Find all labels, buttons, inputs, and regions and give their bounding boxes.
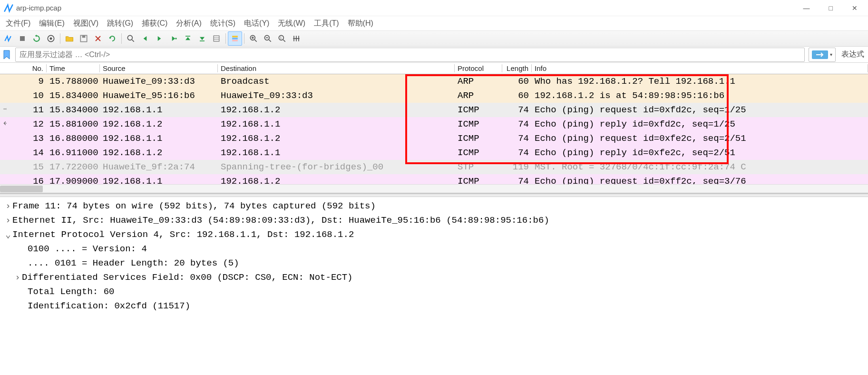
- tree-leaf[interactable]: Total Length: 60: [4, 285, 868, 299]
- col-source[interactable]: Source: [100, 64, 218, 72]
- tree-item[interactable]: ⌄Internet Protocol Version 4, Src: 192.1…: [4, 227, 868, 242]
- find-packet-icon[interactable]: [124, 31, 138, 46]
- col-protocol[interactable]: Protocol: [455, 64, 502, 72]
- cell-no: 11: [7, 105, 47, 115]
- menu-wireless[interactable]: 无线(W): [278, 19, 305, 29]
- cell-length: 60: [502, 76, 532, 87]
- menu-view[interactable]: 视图(V): [73, 19, 98, 29]
- zoom-out-icon[interactable]: [261, 31, 275, 46]
- svg-rect-11: [232, 38, 238, 39]
- expand-icon[interactable]: ›: [4, 201, 12, 211]
- menu-telephony[interactable]: 电话(Y): [244, 19, 269, 29]
- horizontal-scrollbar[interactable]: [0, 184, 868, 193]
- packet-row[interactable]: 1015.834000HuaweiTe_95:16:b6HuaweiTe_09:…: [0, 89, 868, 103]
- packet-row[interactable]: 915.788000HuaweiTe_09:33:d3BroadcastARP6…: [0, 74, 868, 89]
- packet-details-pane[interactable]: ›Frame 11: 74 bytes on wire (592 bits), …: [0, 197, 868, 315]
- col-info[interactable]: Info: [532, 64, 868, 72]
- go-back-icon[interactable]: [138, 31, 152, 46]
- cell-time: 17.722000: [47, 162, 100, 172]
- packet-list-body[interactable]: 915.788000HuaweiTe_09:33:d3BroadcastARP6…: [0, 74, 868, 184]
- menu-capture[interactable]: 捕获(C): [142, 19, 167, 29]
- cell-info: Echo (ping) request id=0xfd2c, seq=1/25: [532, 105, 868, 115]
- go-to-packet-icon[interactable]: [166, 31, 181, 46]
- svg-point-5: [127, 35, 132, 40]
- zoom-in-icon[interactable]: [246, 31, 261, 46]
- tree-item[interactable]: ›Ethernet II, Src: HuaweiTe_09:33:d3 (54…: [4, 213, 868, 227]
- packet-row[interactable]: 1617.909000192.168.1.1192.168.1.2ICMP74E…: [0, 174, 868, 184]
- tree-item[interactable]: ›Differentiated Services Field: 0x00 (DS…: [4, 270, 868, 285]
- col-destination[interactable]: Destination: [218, 64, 455, 72]
- title-bar: arp-icmp.pcap — □ ✕: [0, 0, 868, 16]
- packet-row[interactable]: 1115.834000192.168.1.1192.168.1.2ICMP74E…: [0, 103, 868, 117]
- tree-leaf[interactable]: .... 0101 = Header Length: 20 bytes (5): [4, 256, 868, 270]
- close-button[interactable]: ✕: [847, 2, 862, 14]
- menu-help[interactable]: 帮助(H): [348, 19, 373, 29]
- col-length[interactable]: Length: [502, 64, 532, 72]
- go-first-icon[interactable]: [181, 31, 195, 46]
- restart-capture-icon[interactable]: [29, 31, 44, 46]
- save-file-icon[interactable]: [77, 31, 91, 46]
- packet-row[interactable]: 1517.722000HuaweiTe_9f:2a:74Spanning-tre…: [0, 160, 868, 174]
- expression-button[interactable]: 表达式: [838, 49, 868, 59]
- tree-leaf[interactable]: Identification: 0x2cfd (11517): [4, 299, 868, 313]
- menu-stats[interactable]: 统计(S): [210, 19, 235, 29]
- go-forward-icon[interactable]: [152, 31, 166, 46]
- col-no[interactable]: No.: [7, 64, 47, 72]
- svg-point-2: [50, 38, 52, 40]
- menu-edit[interactable]: 编辑(E): [39, 19, 64, 29]
- svg-rect-4: [82, 35, 86, 38]
- cell-time: 16.880000: [47, 133, 100, 144]
- svg-rect-9: [214, 36, 219, 41]
- menu-file[interactable]: 文件(F): [6, 19, 30, 29]
- cell-protocol: ARP: [455, 90, 502, 101]
- packet-row[interactable]: 1416.911000192.168.1.2192.168.1.1ICMP74E…: [0, 146, 868, 160]
- tree-label: Differentiated Services Field: 0x00 (DSC…: [22, 272, 353, 283]
- display-filter-input[interactable]: [16, 48, 804, 61]
- cell-destination: HuaweiTe_09:33:d3: [218, 90, 455, 101]
- resize-columns-icon[interactable]: [289, 31, 303, 46]
- cell-no: 12: [7, 119, 47, 129]
- start-capture-icon[interactable]: [1, 31, 15, 46]
- open-file-icon[interactable]: [62, 31, 77, 46]
- cell-time: 15.834000: [47, 90, 100, 101]
- expand-icon[interactable]: ›: [13, 272, 22, 283]
- capture-options-icon[interactable]: [44, 31, 58, 46]
- collapse-icon[interactable]: ⌄: [4, 229, 12, 240]
- maximize-button[interactable]: □: [824, 2, 838, 14]
- cell-destination: 192.168.1.1: [218, 119, 455, 129]
- cell-protocol: ICMP: [455, 105, 502, 115]
- cell-info: 192.168.1.2 is at 54:89:98:95:16:b6: [532, 90, 868, 101]
- packet-row[interactable]: 1215.881000192.168.1.2192.168.1.1ICMP74E…: [0, 117, 868, 131]
- cell-protocol: ICMP: [455, 148, 502, 158]
- auto-scroll-icon[interactable]: [209, 31, 224, 46]
- pane-splitter[interactable]: [0, 194, 868, 197]
- tree-leaf[interactable]: 0100 .... = Version: 4: [4, 242, 868, 256]
- menu-analyze[interactable]: 分析(A): [176, 19, 201, 29]
- stop-capture-icon[interactable]: [15, 31, 29, 46]
- minimize-button[interactable]: —: [799, 2, 815, 14]
- cell-length: 119: [502, 162, 532, 172]
- apply-filter-button[interactable]: ▾: [809, 48, 836, 62]
- filter-bar: ▾ 表达式: [0, 47, 868, 63]
- close-file-icon[interactable]: [91, 31, 105, 46]
- cell-source: 192.168.1.1: [100, 133, 218, 144]
- packet-row[interactable]: 1316.880000192.168.1.1192.168.1.2ICMP74E…: [0, 131, 868, 146]
- bookmark-icon[interactable]: [0, 48, 13, 61]
- col-time[interactable]: Time: [47, 64, 100, 72]
- menu-go[interactable]: 跳转(G): [107, 19, 133, 29]
- menu-tools[interactable]: 工具(T): [314, 19, 339, 29]
- expand-icon[interactable]: ›: [4, 215, 12, 226]
- go-last-icon[interactable]: [195, 31, 209, 46]
- reload-file-icon[interactable]: [105, 31, 119, 46]
- tree-item[interactable]: ›Frame 11: 74 bytes on wire (592 bits), …: [4, 199, 868, 213]
- svg-rect-12: [232, 40, 238, 41]
- cell-no: 16: [7, 176, 47, 185]
- cell-time: 15.834000: [47, 105, 100, 115]
- zoom-reset-icon[interactable]: 1: [275, 31, 289, 46]
- colorize-icon[interactable]: [228, 31, 242, 46]
- cell-destination: 192.168.1.2: [218, 176, 455, 185]
- cell-destination: 192.168.1.1: [218, 148, 455, 158]
- svg-rect-8: [200, 40, 205, 41]
- window-title: arp-icmp.pcap: [16, 4, 799, 12]
- cell-source: 192.168.1.2: [100, 148, 218, 158]
